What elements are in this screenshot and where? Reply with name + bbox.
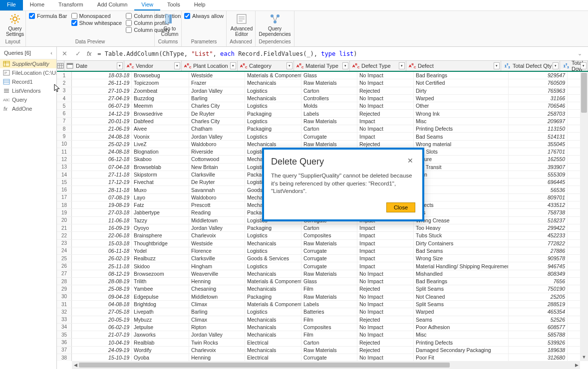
- column-filter-icon[interactable]: ▾: [342, 62, 348, 69]
- row-number[interactable]: 25: [57, 255, 72, 262]
- column-filter-icon[interactable]: ▾: [174, 62, 180, 69]
- cell[interactable]: [414, 194, 509, 201]
- cell[interactable]: Electrical: [245, 354, 301, 361]
- cell[interactable]: 27-05-18: [72, 308, 132, 315]
- menu-view[interactable]: View: [134, 0, 160, 10]
- cell[interactable]: Other: [414, 102, 509, 109]
- row-number[interactable]: 21: [57, 224, 72, 231]
- cell[interactable]: Mechanicals: [245, 331, 301, 338]
- cell[interactable]: Climax: [189, 316, 245, 323]
- cell[interactable]: 07-08-19: [72, 194, 132, 201]
- menu-transform[interactable]: Transform: [51, 0, 90, 10]
- column-header-total-dow[interactable]: 123Total Dow▾: [560, 61, 588, 71]
- table-row[interactable]: 614-12-19BrowsedriveDe RuyterPackagingLa…: [57, 110, 580, 117]
- row-number[interactable]: 10: [57, 141, 72, 148]
- row-number[interactable]: 29: [57, 285, 72, 292]
- cell[interactable]: Hingham: [189, 262, 245, 269]
- cell[interactable]: 27-11-18: [72, 171, 132, 178]
- cell[interactable]: Skaboo: [132, 156, 189, 163]
- cell[interactable]: Middletown: [189, 217, 245, 224]
- cell[interactable]: Westside: [189, 72, 245, 79]
- column-header-vendor[interactable]: ABCVendor▾: [124, 61, 182, 71]
- cell[interactable]: Browsedrive: [132, 110, 189, 117]
- cell[interactable]: 11-06-18: [72, 217, 132, 224]
- row-number[interactable]: 9: [57, 133, 72, 140]
- fx-icon[interactable]: fx: [87, 50, 91, 57]
- cell[interactable]: No Impact: [357, 102, 414, 109]
- row-number[interactable]: 8: [57, 125, 72, 132]
- formula-cancel-icon[interactable]: ✕: [60, 50, 69, 57]
- cell[interactable]: Glass: [301, 278, 357, 285]
- cell[interactable]: 04-08-18: [72, 301, 132, 308]
- cell[interactable]: Frazer: [189, 79, 245, 86]
- cell[interactable]: 189638: [509, 347, 568, 354]
- cell[interactable]: Skipstorm: [132, 171, 189, 178]
- cell[interactable]: 608577: [509, 324, 568, 331]
- cell[interactable]: Impact: [357, 240, 414, 247]
- table-row[interactable]: 3724-09-19WordifyCharlevoixMechanicalsRa…: [57, 347, 580, 354]
- cell[interactable]: 22-06-18: [72, 232, 132, 239]
- column-header-category[interactable]: ABCCategory▾: [238, 61, 294, 71]
- cell[interactable]: Dirty Containers: [414, 240, 509, 247]
- cell[interactable]: Film: [301, 331, 357, 338]
- cell[interactable]: 24-09-19: [72, 347, 132, 354]
- row-number[interactable]: 20: [57, 217, 72, 224]
- cell[interactable]: 25-11-18: [72, 262, 132, 269]
- column-filter-icon[interactable]: ▾: [117, 62, 123, 69]
- scroll-down-icon[interactable]: ▼: [580, 355, 588, 362]
- row-number[interactable]: 24: [57, 247, 72, 254]
- row-number[interactable]: 28: [57, 278, 72, 285]
- cell[interactable]: Trilith: [132, 278, 189, 285]
- cell[interactable]: Corrugate: [301, 247, 357, 254]
- cell[interactable]: Ripton: [189, 324, 245, 331]
- cell[interactable]: Impact: [357, 118, 414, 125]
- cell[interactable]: Tazzy: [132, 217, 189, 224]
- dialog-close-icon[interactable]: ✕: [405, 157, 415, 165]
- cell[interactable]: Thoughtbridge: [132, 240, 189, 247]
- cell[interactable]: 06-02-19: [72, 324, 132, 331]
- row-number[interactable]: 18: [57, 201, 72, 208]
- row-number[interactable]: 14: [57, 171, 72, 178]
- cell[interactable]: d in Transit: [414, 164, 509, 171]
- cell[interactable]: 355045: [509, 141, 568, 148]
- row-number[interactable]: 7: [57, 118, 72, 125]
- cell[interactable]: Rejected: [357, 285, 414, 292]
- table-row[interactable]: 2406-11-18YodelFlorenceLogisticsCorrugat…: [57, 247, 580, 255]
- column-header-material-type[interactable]: ABCMaterial Type▾: [294, 61, 350, 71]
- cell[interactable]: Wrong Crease: [414, 217, 509, 224]
- cell[interactable]: Henning: [189, 278, 245, 285]
- cell[interactable]: 07-04-18: [72, 164, 132, 171]
- cell[interactable]: Logistics: [245, 118, 301, 125]
- cell[interactable]: Mybuzz: [132, 316, 189, 323]
- cell[interactable]: 17-12-19: [72, 179, 132, 185]
- cell[interactable]: No Impact: [357, 79, 414, 86]
- cell[interactable]: 21-07-19: [72, 331, 132, 338]
- row-number[interactable]: 33: [57, 316, 72, 323]
- table-row[interactable]: 3815-10-19OyobaHenningElectricalCorrugat…: [57, 354, 580, 361]
- cell[interactable]: 28-11-18: [72, 186, 132, 193]
- cell[interactable]: Mechanicals: [245, 324, 301, 331]
- cell[interactable]: Glass: [301, 72, 357, 79]
- table-row[interactable]: 3406-02-19JetpulseRiptonMechanicalsCompo…: [57, 324, 580, 331]
- cell[interactable]: 162550: [509, 156, 568, 163]
- cell[interactable]: Raw Materials: [301, 118, 357, 125]
- cell[interactable]: 24-08-18: [72, 148, 132, 155]
- cell[interactable]: Wrong Size: [414, 255, 509, 262]
- cell[interactable]: Rejected: [357, 316, 414, 323]
- row-number[interactable]: 31: [57, 301, 72, 308]
- cell[interactable]: No Impact: [357, 293, 414, 300]
- cell[interactable]: Jordan Valley: [189, 331, 245, 338]
- cell[interactable]: Corrugate: [301, 354, 357, 361]
- chk-formula-bar[interactable]: Formula Bar: [29, 13, 67, 19]
- table-row[interactable]: 506-07-19MeemmCharles CityLogisticsMolds…: [57, 102, 580, 110]
- cell[interactable]: Prescott: [189, 201, 245, 208]
- table-row[interactable]: 821-06-19AiveeChathamPackagingCartonNo I…: [57, 125, 580, 133]
- cell[interactable]: Packaging: [245, 224, 301, 231]
- cell[interactable]: Twin Rocks: [189, 339, 245, 346]
- cell[interactable]: No Impact: [357, 354, 414, 361]
- cell[interactable]: Logistics: [245, 102, 301, 109]
- cell[interactable]: No Impact: [357, 301, 414, 308]
- cell[interactable]: 176701: [509, 148, 568, 155]
- cell[interactable]: Riverside: [189, 148, 245, 155]
- formula-accept-icon[interactable]: ✓: [73, 50, 83, 57]
